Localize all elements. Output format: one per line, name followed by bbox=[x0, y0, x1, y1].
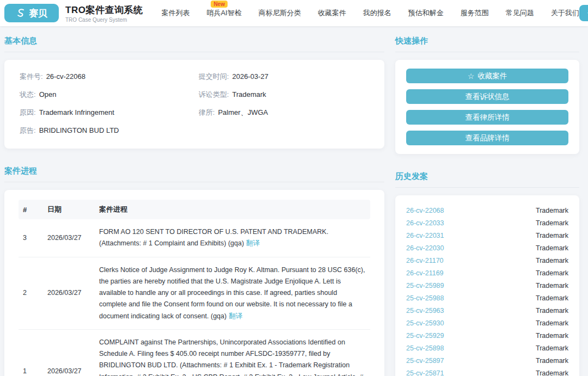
history-list-item: 25-cv-25871 Trademark bbox=[406, 367, 568, 376]
quick-action-label: 查看诉状信息 bbox=[465, 92, 510, 102]
case-number-link[interactable]: 26-cv-22031 bbox=[406, 232, 444, 239]
field-value: BRIDLINGTON BUD LTD bbox=[39, 126, 119, 134]
quick-action-button[interactable]: 查看诉状信息 bbox=[406, 89, 568, 104]
case-type-label: Trademark bbox=[536, 344, 568, 352]
case-number-link[interactable]: 25-cv-25898 bbox=[406, 344, 444, 352]
basic-info-card: 案件号:26-cv-22068 提交时间:2026-03-27 状态:Open … bbox=[4, 60, 384, 149]
field-value: Palmer、JWGA bbox=[218, 108, 268, 116]
nav-item-label: 我的报名 bbox=[363, 9, 391, 17]
info-field: 提交时间:2026-03-27 bbox=[199, 72, 369, 82]
left-column: 基本信息 案件号:26-cv-22068 提交时间:2026-03-27 状态:… bbox=[4, 33, 384, 376]
case-type-label: Trademark bbox=[536, 319, 568, 327]
nav-item-label: 关于我们 bbox=[551, 9, 579, 17]
field-label: 律所: bbox=[199, 108, 215, 116]
case-number-link[interactable]: 26-cv-22068 bbox=[406, 207, 444, 214]
history-list-item: 25-cv-25930 Trademark bbox=[406, 317, 568, 329]
column-header-progress: 案件进程 bbox=[95, 200, 370, 219]
app-subtitle: TRO Case Query System bbox=[65, 17, 143, 23]
saibei-logo-icon bbox=[16, 8, 27, 19]
row-progress-text: COMPLAINT against The Partnerships, Unin… bbox=[99, 338, 363, 376]
info-field: 律所:Palmer、JWGA bbox=[199, 108, 369, 118]
history-list-item: 25-cv-25929 Trademark bbox=[406, 329, 568, 342]
case-type-label: Trademark bbox=[536, 207, 568, 214]
row-number: 3 bbox=[19, 219, 43, 257]
nav-item[interactable]: New 哨兵AI智检 bbox=[206, 8, 241, 18]
history-list-item: 25-cv-25898 Trademark bbox=[406, 342, 568, 354]
login-button[interactable]: 登 录 bbox=[579, 5, 588, 21]
case-number-link[interactable]: 25-cv-25989 bbox=[406, 282, 444, 289]
case-progress-table: # 日期 案件进程 3 2026/03/27 FORM AO 120 SENT … bbox=[19, 200, 370, 376]
case-type-label: Trademark bbox=[536, 269, 568, 277]
nav-item-label: 哨兵AI智检 bbox=[206, 9, 241, 17]
nav-item[interactable]: 案件列表 bbox=[161, 8, 189, 18]
row-progress-cell: COMPLAINT against The Partnerships, Unin… bbox=[95, 329, 370, 376]
case-type-label: Trademark bbox=[536, 369, 568, 376]
history-list-item: 25-cv-25988 Trademark bbox=[406, 292, 568, 304]
case-number-link[interactable]: 25-cv-25988 bbox=[406, 294, 444, 302]
field-value: Trademark bbox=[232, 90, 266, 98]
case-number-link[interactable]: 25-cv-25897 bbox=[406, 357, 444, 365]
translate-link[interactable]: 翻译 bbox=[229, 312, 242, 320]
main-content: 基本信息 案件号:26-cv-22068 提交时间:2026-03-27 状态:… bbox=[0, 26, 588, 376]
row-date: 2026/03/27 bbox=[43, 219, 95, 257]
column-header-num: # bbox=[19, 200, 43, 219]
case-number-link[interactable]: 26-cv-22033 bbox=[406, 219, 444, 227]
nav-item[interactable]: 预估和解金 bbox=[408, 8, 444, 18]
section-title-quick-actions: 快速操作 bbox=[395, 33, 579, 52]
case-number-link[interactable]: 25-cv-25929 bbox=[406, 332, 444, 340]
case-type-label: Trademark bbox=[536, 307, 568, 315]
nav-item-label: 商标尼斯分类 bbox=[259, 9, 301, 17]
case-number-link[interactable]: 25-cv-25871 bbox=[406, 369, 444, 376]
nav-item[interactable]: 关于我们 bbox=[551, 8, 579, 18]
field-value: Open bbox=[39, 90, 57, 98]
history-list-item: 26-cv-22031 Trademark bbox=[406, 229, 568, 242]
nav-item[interactable]: 我的报名 bbox=[363, 8, 391, 18]
new-badge: New bbox=[211, 1, 228, 8]
logo-text: 赛贝 bbox=[29, 7, 47, 20]
table-row: 2 2026/03/27 Clerks Notice of Judge Assi… bbox=[19, 257, 370, 329]
main-nav: 案件列表 New 哨兵AI智检 商标尼斯分类 收藏案件 我的报名 bbox=[161, 8, 579, 18]
quick-action-button[interactable]: 查看品牌详情 bbox=[406, 131, 568, 145]
history-list-item: 25-cv-25897 Trademark bbox=[406, 354, 568, 367]
case-type-label: Trademark bbox=[536, 332, 568, 340]
field-value: 26-cv-22068 bbox=[46, 72, 85, 81]
case-number-link[interactable]: 25-cv-25930 bbox=[406, 319, 444, 327]
field-label: 状态: bbox=[20, 90, 36, 98]
info-field: 状态:Open bbox=[20, 90, 199, 100]
nav-item[interactable]: 收藏案件 bbox=[318, 8, 346, 18]
field-label: 提交时间: bbox=[199, 72, 229, 81]
case-number-link[interactable]: 26-cv-21169 bbox=[406, 269, 444, 277]
row-progress-cell: Clerks Notice of Judge Assignment to Jud… bbox=[95, 257, 370, 329]
row-progress-text: FORM AO 120 SENT TO DIRECTOR OF U.S. PAT… bbox=[99, 228, 328, 247]
quick-action-button[interactable]: 查看律所详情 bbox=[406, 110, 568, 125]
field-label: 案件号: bbox=[20, 72, 43, 81]
table-row: 1 2026/03/27 COMPLAINT against The Partn… bbox=[19, 329, 370, 376]
quick-action-button[interactable]: ☆ 收藏案件 bbox=[406, 69, 568, 83]
column-header-date: 日期 bbox=[43, 200, 95, 219]
field-value: 2026-03-27 bbox=[232, 72, 268, 81]
section-title-case-progress: 案件进程 bbox=[4, 163, 384, 182]
case-number-link[interactable]: 26-cv-21170 bbox=[406, 257, 444, 264]
case-type-label: Trademark bbox=[536, 219, 568, 227]
history-list-item: 26-cv-22033 Trademark bbox=[406, 217, 568, 229]
quick-actions-card: ☆ 收藏案件 查看诉状信息 查看律所详情 查看品牌详情 bbox=[395, 60, 579, 154]
history-list-item: 26-cv-22030 Trademark bbox=[406, 242, 568, 254]
basic-info-fields: 案件号:26-cv-22068 提交时间:2026-03-27 状态:Open … bbox=[20, 72, 369, 135]
nav-item[interactable]: 常见问题 bbox=[506, 8, 534, 18]
nav-item-label: 常见问题 bbox=[506, 9, 534, 17]
history-list-item: 25-cv-25963 Trademark bbox=[406, 304, 568, 317]
history-list-item: 25-cv-25989 Trademark bbox=[406, 279, 568, 292]
nav-item-label: 服务范围 bbox=[461, 9, 489, 17]
case-number-link[interactable]: 25-cv-25963 bbox=[406, 307, 444, 315]
info-field: 诉讼类型:Trademark bbox=[199, 90, 369, 100]
nav-item[interactable]: 商标尼斯分类 bbox=[259, 8, 301, 18]
field-label: 诉讼类型: bbox=[199, 90, 229, 98]
translate-link[interactable]: 翻译 bbox=[246, 239, 260, 247]
quick-action-label: 收藏案件 bbox=[477, 71, 507, 81]
info-field: 原因:Trademark Infringement bbox=[20, 108, 199, 118]
case-number-link[interactable]: 26-cv-22030 bbox=[406, 244, 444, 252]
history-list-item: 26-cv-22068 Trademark bbox=[406, 204, 568, 217]
saibei-logo[interactable]: 赛贝 bbox=[4, 4, 59, 22]
nav-item[interactable]: 服务范围 bbox=[461, 8, 489, 18]
info-field: 原告:BRIDLINGTON BUD LTD bbox=[20, 126, 199, 135]
